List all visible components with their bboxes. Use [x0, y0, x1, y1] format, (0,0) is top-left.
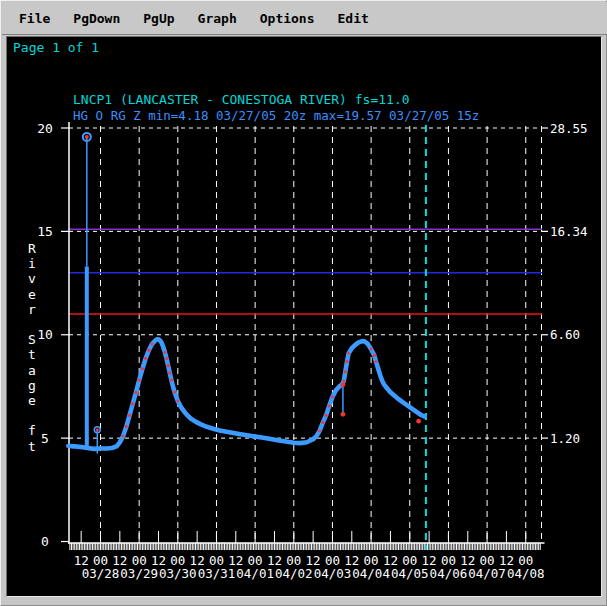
- menu-graph[interactable]: Graph: [194, 9, 241, 28]
- app-window: File PgDown PgUp Graph Options Edit Page…: [0, 0, 607, 606]
- menu-options[interactable]: Options: [256, 9, 319, 28]
- menu-bar: File PgDown PgUp Graph Options Edit: [2, 2, 607, 35]
- page-indicator: Page 1 of 1: [13, 40, 99, 55]
- menu-pgup[interactable]: PgUp: [139, 9, 178, 28]
- plot-subtitle: HG O RG Z min=4.18 03/27/05 20z max=19.5…: [73, 108, 479, 123]
- menu-edit[interactable]: Edit: [334, 9, 373, 28]
- plot-title: LNCP1 (LANCASTER - CONESTOGA RIVER) fs=1…: [73, 92, 410, 107]
- menu-pgdown[interactable]: PgDown: [69, 9, 124, 28]
- menu-file[interactable]: File: [15, 9, 54, 28]
